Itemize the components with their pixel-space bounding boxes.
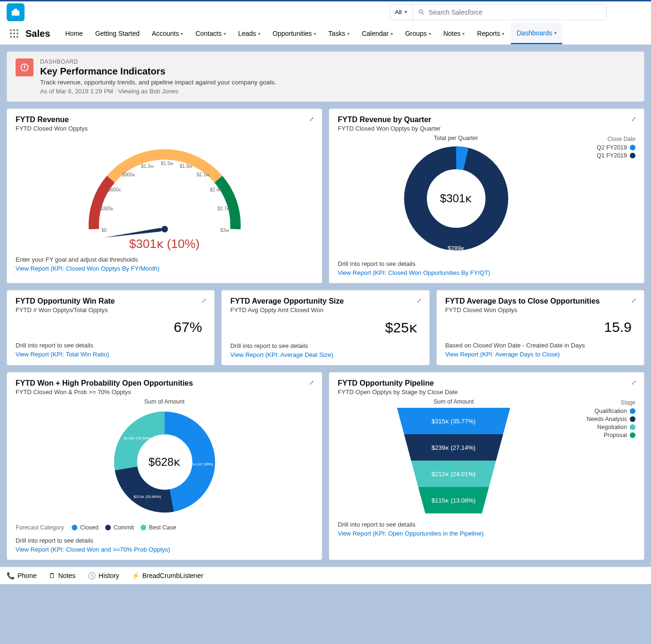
utility-bar: 📞Phone 🗒Notes 🕓History ⚡BreadCrumbListen… xyxy=(0,567,651,584)
nav-item-groups[interactable]: Groups▾ xyxy=(400,23,437,44)
nav-item-tasks[interactable]: Tasks▾ xyxy=(323,23,355,44)
nav-label: Opportunities xyxy=(273,30,312,37)
nav-label: Notes xyxy=(443,30,461,37)
expand-icon[interactable]: ⤢ xyxy=(309,116,315,123)
utility-notes[interactable]: 🗒Notes xyxy=(49,572,75,579)
header-meta: As of Mar 6, 2019 1:29 PM · Viewing as B… xyxy=(40,88,276,95)
legend-item[interactable]: Closed xyxy=(72,524,99,531)
card-opportunity-pipeline: ⤢ FYTD Opportunity Pipeline FYTD Open Op… xyxy=(329,372,644,560)
view-report-link[interactable]: View Report (KPI: Total Win Ratio) xyxy=(16,351,206,358)
app-logo[interactable] xyxy=(7,3,25,21)
card-footer-note: Drill into report to see details xyxy=(338,260,635,267)
svg-text:$2.4ᴍ: $2.4ᴍ xyxy=(210,187,223,192)
nav-label: Calendar xyxy=(362,30,389,37)
bolt-icon: ⚡ xyxy=(132,572,140,579)
utility-history[interactable]: 🕓History xyxy=(88,572,119,579)
legend-label: Proposal xyxy=(604,432,627,438)
svg-point-8 xyxy=(13,33,15,34)
nav-item-opportunities[interactable]: Opportunities▾ xyxy=(267,23,322,44)
svg-rect-1 xyxy=(14,8,17,10)
nav-item-leads[interactable]: Leads▾ xyxy=(233,23,266,44)
legend-swatch xyxy=(105,525,111,530)
card-title: FYTD Average Opportunity Size xyxy=(230,297,420,305)
svg-point-6 xyxy=(17,29,18,31)
svg-text:$1.8ᴍ: $1.8ᴍ xyxy=(180,164,192,169)
nav-item-home[interactable]: Home xyxy=(59,23,88,44)
expand-icon[interactable]: ⤢ xyxy=(417,297,423,304)
nav-item-contacts[interactable]: Contacts▾ xyxy=(190,23,231,44)
nav-item-notes[interactable]: Notes▾ xyxy=(438,23,471,44)
funnel-segment[interactable]: $315ᴋ (35.77%) xyxy=(397,408,510,434)
card-footer-note: Drill into report to see details xyxy=(338,521,635,528)
svg-text:$2.1ᴍ: $2.1ᴍ xyxy=(197,172,209,177)
chevron-down-icon: ▾ xyxy=(347,31,350,36)
chevron-down-icon: ▾ xyxy=(462,31,465,36)
chevron-down-icon: ▾ xyxy=(554,30,557,35)
view-report-link[interactable]: View Report (KPI: Average Deal Size) xyxy=(230,351,420,358)
card-title: FYTD Revenue xyxy=(16,116,313,124)
gauge-value: $301ᴋ (10%) xyxy=(16,237,313,251)
card-title: FYTD Won + High Probability Open Opportu… xyxy=(16,379,313,388)
card-footer-note: Enter your FY goal and adjust dial thres… xyxy=(16,256,313,263)
legend-swatch xyxy=(630,424,635,430)
svg-text:$2.7ᴍ: $2.7ᴍ xyxy=(217,206,230,211)
legend-item[interactable]: Commit xyxy=(105,524,134,531)
nav-label: Leads xyxy=(238,30,256,37)
nav-label: Home xyxy=(65,30,83,37)
card-subtitle: FYTD Closed Won Opptys xyxy=(445,306,635,314)
card-won-high-probability: ⤢ FYTD Won + High Probability Open Oppor… xyxy=(7,372,322,560)
legend-title: Close Date xyxy=(579,136,635,142)
card-title: FYTD Revenue by Quarter xyxy=(338,116,635,124)
expand-icon[interactable]: ⤢ xyxy=(631,116,637,123)
legend-item[interactable]: Proposal xyxy=(574,432,635,438)
legend-item[interactable]: Needs Analysis xyxy=(574,416,635,422)
nav-label: Contacts xyxy=(195,30,221,37)
search-scope-label: All xyxy=(395,8,401,16)
svg-point-14 xyxy=(24,66,25,68)
view-report-link[interactable]: View Report (KPI: Closed Won Opptys By F… xyxy=(16,265,313,272)
metric-value: 15.9 xyxy=(445,314,635,337)
funnel-segment[interactable]: $212ᴋ (24.01%) xyxy=(411,461,496,487)
card-subtitle: FYTD Closed Won & Prob >= 70% Opptys xyxy=(16,388,313,396)
donut-center-value: $628ᴋ xyxy=(149,455,180,469)
view-report-import[interactable]: View Report (KPI: Open Opportunities in … xyxy=(338,530,635,537)
legend-swatch xyxy=(72,525,77,530)
nav-item-accounts[interactable]: Accounts▾ xyxy=(146,23,189,44)
nav-item-dashboards[interactable]: Dashboards▾ xyxy=(511,23,562,44)
legend-title: Stage xyxy=(574,399,635,406)
legend-item[interactable]: Q2 FY2019 xyxy=(579,144,635,151)
funnel-segment[interactable]: $115ᴋ (13.08%) xyxy=(418,487,489,513)
app-launcher-button[interactable] xyxy=(7,26,22,41)
expand-icon[interactable]: ⤢ xyxy=(631,297,637,304)
legend-item[interactable]: Qualification xyxy=(574,408,635,414)
utility-phone[interactable]: 📞Phone xyxy=(7,572,36,579)
global-search: All ▼ xyxy=(390,4,607,20)
card-subtitle: FYTD Closed Won Opptys xyxy=(16,125,313,132)
svg-text:$3ᴍ: $3ᴍ xyxy=(220,228,229,233)
view-report-link[interactable]: View Report (KPI: Closed Won Opportuniti… xyxy=(338,269,635,276)
waffle-icon xyxy=(9,29,19,38)
funnel-segment[interactable]: $239ᴋ (27.14%) xyxy=(404,434,503,461)
search-scope-dropdown[interactable]: All ▼ xyxy=(390,5,413,20)
nav-item-reports[interactable]: Reports▾ xyxy=(471,23,510,44)
svg-point-7 xyxy=(10,33,12,34)
view-report-link[interactable]: View Report (KPI: Average Days to Close) xyxy=(445,351,635,358)
expand-icon[interactable]: ⤢ xyxy=(631,379,637,386)
legend-item[interactable]: Negotiation xyxy=(574,424,635,430)
utility-breadcrumb-listener[interactable]: ⚡BreadCrumbListener xyxy=(132,572,203,579)
chevron-down-icon: ▾ xyxy=(391,31,393,36)
card-subtitle: FYTD Avg Oppty Amt Closed Won xyxy=(230,306,420,314)
expand-icon[interactable]: ⤢ xyxy=(201,297,208,304)
dashboard-icon xyxy=(16,58,33,76)
metric-value: $25ᴋ xyxy=(230,314,420,338)
nav-item-getting-started[interactable]: Getting Started xyxy=(90,23,145,44)
chevron-down-icon: ▾ xyxy=(224,31,226,36)
nav-label: Tasks xyxy=(328,30,345,37)
legend-item[interactable]: Best Case xyxy=(141,524,176,531)
chart-title: Sum of Amount xyxy=(16,398,313,405)
legend-item[interactable]: Q1 FY2019 xyxy=(579,152,635,159)
nav-item-calendar[interactable]: Calendar▾ xyxy=(356,23,399,44)
search-input[interactable] xyxy=(429,8,602,16)
view-report-link[interactable]: View Report (KPI: Closed Won and >=70% P… xyxy=(16,546,313,553)
expand-icon[interactable]: ⤢ xyxy=(309,379,315,386)
